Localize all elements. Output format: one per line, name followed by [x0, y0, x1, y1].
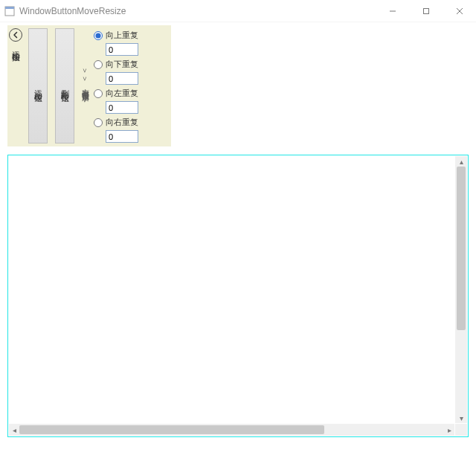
svg-rect-1	[5, 7, 14, 9]
hint-text: ＞＞右键点击按钮后＞＞	[80, 67, 89, 105]
vertical-scroll-thumb[interactable]	[457, 167, 466, 330]
add-button-label: 添加按钮	[33, 83, 44, 89]
repeat-up-value[interactable]	[106, 43, 138, 56]
repeat-down-radio[interactable]	[94, 60, 103, 69]
app-icon	[4, 6, 15, 16]
horizontal-scrollbar[interactable]: ◂ ▸	[9, 424, 454, 436]
repeat-down-value[interactable]	[106, 72, 138, 85]
back-label: 添加按钮	[10, 45, 20, 48]
remove-button-label: 删除按钮	[60, 83, 71, 89]
vertical-scrollbar[interactable]: ▴ ▾	[455, 156, 467, 423]
scroll-right-arrow-icon[interactable]: ▸	[444, 424, 454, 436]
config-panel: 添加按钮 添加按钮 删除按钮 ＞＞右键点击按钮后＞＞ 向上重复 向下重复 向左重…	[7, 25, 171, 146]
window-title: WindowButtonMoveResize	[19, 6, 126, 16]
back-column: 添加按钮	[7, 25, 24, 146]
repeat-up-radio[interactable]	[94, 31, 103, 40]
scroll-up-arrow-icon[interactable]: ▴	[455, 156, 467, 167]
close-button[interactable]	[443, 0, 476, 22]
content-area: ▴ ▾ ◂ ▸	[7, 155, 469, 437]
repeat-left-radio[interactable]	[94, 89, 103, 98]
repeat-up-label: 向上重复	[106, 30, 138, 41]
repeat-right-value[interactable]	[106, 130, 138, 143]
hint-column: ＞＞右键点击按钮后＞＞	[77, 25, 92, 146]
add-button[interactable]: 添加按钮	[28, 28, 48, 143]
scroll-left-arrow-icon[interactable]: ◂	[9, 424, 19, 436]
back-button[interactable]	[9, 28, 22, 42]
repeat-left-label: 向左重复	[106, 88, 138, 99]
svg-rect-3	[423, 8, 428, 13]
repeat-left-value[interactable]	[106, 101, 138, 114]
repeat-right-radio[interactable]	[94, 118, 103, 127]
minimize-button[interactable]	[376, 0, 409, 22]
repeat-options: 向上重复 向下重复 向左重复 向右重复	[92, 25, 171, 146]
repeat-down-label: 向下重复	[106, 59, 138, 70]
maximize-button[interactable]	[409, 0, 443, 22]
scroll-corner	[455, 424, 467, 436]
remove-button[interactable]: 删除按钮	[55, 28, 74, 143]
repeat-right-label: 向右重复	[106, 117, 138, 128]
titlebar: WindowButtonMoveResize	[0, 0, 476, 22]
horizontal-scroll-thumb[interactable]	[19, 425, 324, 434]
scroll-down-arrow-icon[interactable]: ▾	[455, 413, 467, 423]
